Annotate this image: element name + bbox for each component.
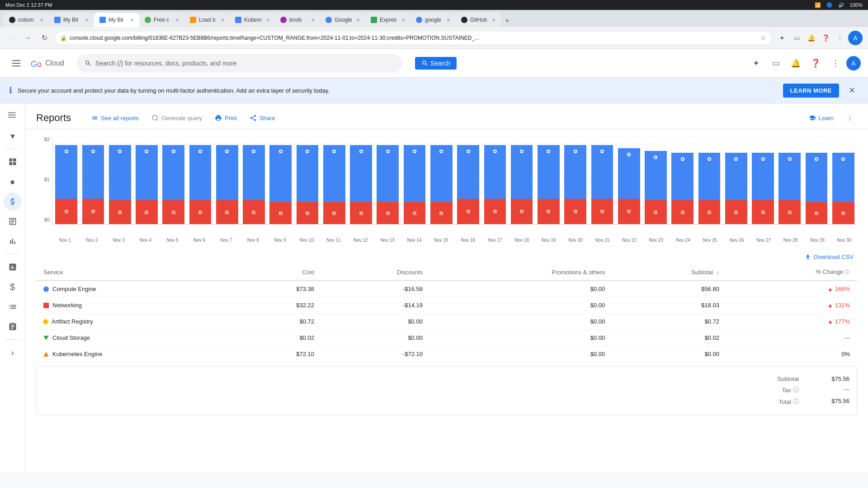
bar-group-12[interactable] <box>348 145 374 224</box>
tab-close-icon[interactable]: ✕ <box>492 18 495 23</box>
tab-close-icon[interactable]: ✕ <box>266 18 269 23</box>
sidebar-dropdown-icon[interactable]: ▾ <box>4 127 22 145</box>
generate-query-button[interactable]: Generate query <box>146 112 208 124</box>
tab-close-icon[interactable]: ✕ <box>311 18 315 23</box>
search-button[interactable]: Search <box>415 57 457 70</box>
bar-group-6[interactable] <box>187 145 213 224</box>
table-row[interactable]: Artifact Registry $0.72 $0.00 $0.00 $0.7… <box>36 314 857 330</box>
address-bar[interactable]: 🔒 console.cloud.google.com/billing/01836… <box>54 31 772 45</box>
user-avatar[interactable]: A <box>848 31 863 45</box>
bar-group-30[interactable] <box>830 153 856 224</box>
notifications-icon[interactable]: 🔔 <box>805 32 817 44</box>
see-all-reports-button[interactable]: See all reports <box>85 112 144 124</box>
tab-close-icon[interactable]: ✕ <box>447 18 450 23</box>
sidebar-chart-icon[interactable] <box>4 232 22 250</box>
sidebar-dashboard-icon[interactable] <box>4 153 22 171</box>
bar-group-3[interactable] <box>107 145 133 224</box>
bar-group-23[interactable] <box>643 151 669 224</box>
tab-github[interactable]: GitHub ✕ <box>456 13 501 27</box>
new-tab-button[interactable]: + <box>501 14 514 27</box>
bar-group-22[interactable] <box>616 148 642 224</box>
sidebar-dollar-icon[interactable]: $ <box>4 278 22 296</box>
bar-group-9[interactable] <box>268 145 293 224</box>
hamburger-menu[interactable] <box>7 54 25 72</box>
bar-group-1[interactable] <box>53 145 79 224</box>
bar-group-2[interactable] <box>80 145 106 224</box>
banner-close-button[interactable]: ✕ <box>844 83 859 98</box>
help-icon[interactable]: ❓ <box>819 32 832 44</box>
tab-close-icon[interactable]: ✕ <box>40 18 43 23</box>
sparkle-icon[interactable]: ✦ <box>747 54 765 72</box>
tab-expres[interactable]: Expres ✕ <box>365 13 410 27</box>
tab-mybil2-active[interactable]: My Bil ✕ <box>94 13 139 27</box>
user-avatar-main[interactable]: A <box>846 56 861 70</box>
sidebar-billing-icon[interactable] <box>4 192 22 211</box>
bar-group-17[interactable] <box>482 145 508 224</box>
bar-group-29[interactable] <box>803 153 829 224</box>
sidebar-dot-icon[interactable]: ● <box>4 173 22 191</box>
col-subtotal[interactable]: Subtotal ↓ <box>612 264 726 281</box>
sidebar-table-icon[interactable] <box>4 212 22 230</box>
extensions-icon[interactable]: ✦ <box>776 32 788 44</box>
menu-icon[interactable]: ⋮ <box>834 32 846 44</box>
search-box[interactable]: Search (/) for resources, docs, products… <box>77 54 402 72</box>
bar-group-11[interactable] <box>321 145 347 224</box>
tab-load[interactable]: Load b ✕ <box>184 13 230 27</box>
cast-icon[interactable]: ▭ <box>790 32 803 44</box>
bar-group-4[interactable] <box>134 145 160 224</box>
bar-group-14[interactable] <box>401 145 427 224</box>
sidebar-expand-icon[interactable]: › <box>4 343 22 361</box>
bar-group-10[interactable] <box>294 145 320 224</box>
more-vert-icon[interactable]: ⋮ <box>826 54 844 72</box>
sidebar-reports-icon[interactable] <box>4 258 22 276</box>
tab-close-icon[interactable]: ✕ <box>221 18 224 23</box>
bell-icon[interactable]: 🔔 <box>787 54 805 72</box>
table-row[interactable]: Kubernetes Engine $72.10 -$72.10 $0.00 $… <box>36 346 857 362</box>
bar-group-7[interactable] <box>214 145 240 224</box>
table-row[interactable]: Cloud Storage $0.02 $0.00 $0.00 $0.02 — <box>36 330 857 346</box>
bar-group-15[interactable] <box>429 145 454 224</box>
tab-mybil1[interactable]: My Bil ✕ <box>49 13 94 27</box>
tab-kubern[interactable]: Kubern ✕ <box>230 13 275 27</box>
print-button[interactable]: Print <box>209 112 242 124</box>
table-row[interactable]: Compute Engine $73.38 -$16.58 $0.00 $56.… <box>36 281 857 297</box>
google-cloud-logo[interactable]: Google Cloud <box>31 58 64 69</box>
bar-group-25[interactable] <box>696 153 722 224</box>
star-icon[interactable]: ☆ <box>760 34 766 42</box>
tab-colson[interactable]: colson ✕ <box>4 13 49 27</box>
tax-help-icon[interactable]: ⓘ <box>793 386 799 394</box>
tab-google2[interactable]: google ✕ <box>410 13 456 27</box>
bar-group-28[interactable] <box>777 153 802 224</box>
bar-group-19[interactable] <box>536 145 561 224</box>
bar-group-18[interactable] <box>509 145 535 224</box>
bar-group-20[interactable] <box>562 145 588 224</box>
bar-group-13[interactable] <box>375 145 401 224</box>
tab-close-icon[interactable]: ✕ <box>175 18 179 23</box>
help-circle-icon[interactable]: ❓ <box>807 54 825 72</box>
share-button[interactable]: Share <box>244 112 281 124</box>
back-button[interactable]: ← <box>5 32 18 44</box>
bar-group-27[interactable] <box>750 153 776 224</box>
bar-group-5[interactable] <box>160 145 186 224</box>
bar-group-8[interactable] <box>241 145 267 224</box>
terminal-icon[interactable]: ▭ <box>767 54 785 72</box>
sidebar-menu-icon[interactable] <box>4 107 22 125</box>
bar-group-24[interactable] <box>670 153 695 224</box>
tab-close-icon[interactable]: ✕ <box>401 18 405 23</box>
pct-change-help-icon[interactable]: ⓘ <box>845 269 850 275</box>
tab-google1[interactable]: Google ✕ <box>320 13 365 27</box>
sidebar-list-icon[interactable] <box>4 298 22 316</box>
tab-close-icon[interactable]: ✕ <box>356 18 360 23</box>
tab-close-icon[interactable]: ✕ <box>85 18 89 23</box>
bar-group-21[interactable] <box>589 145 615 224</box>
forward-button[interactable]: → <box>22 32 34 44</box>
tab-tixvib[interactable]: tixvib ✕ <box>275 13 320 27</box>
download-csv-button[interactable]: Download CSV <box>801 252 857 262</box>
collapse-panel-button[interactable]: 〈 <box>843 111 857 125</box>
bar-group-16[interactable] <box>455 145 481 224</box>
learn-more-button[interactable]: LEARN MORE <box>783 84 839 98</box>
learn-button[interactable]: Learn <box>803 112 839 124</box>
tab-close-icon[interactable]: ✕ <box>130 18 134 23</box>
sidebar-clipboard-icon[interactable] <box>4 318 22 336</box>
reload-button[interactable]: ↻ <box>38 32 51 44</box>
